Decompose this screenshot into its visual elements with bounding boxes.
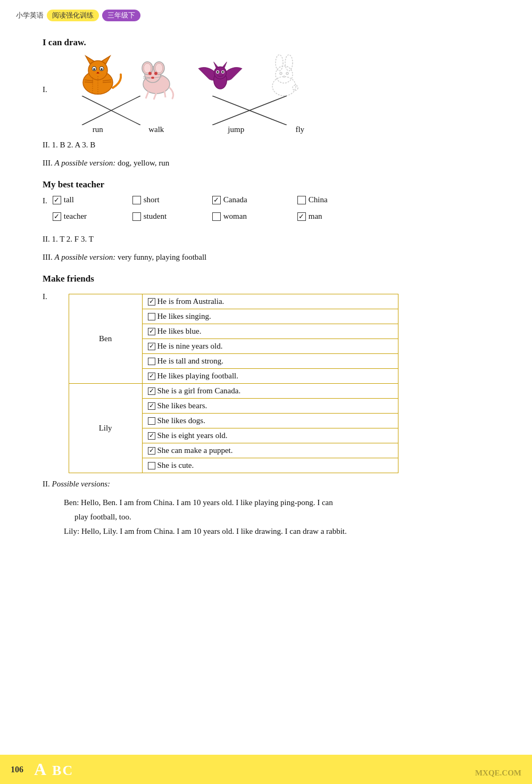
ben-text-2: He likes singing. (157, 312, 211, 321)
ben-item-6: He likes playing football. (142, 369, 398, 384)
cb-short-box (132, 196, 141, 204)
section3-answer2: II. Possible versions: (43, 477, 489, 491)
lily-cell: Lily (69, 384, 142, 473)
footer-abc: A BC (34, 760, 73, 779)
ben-cb-5 (148, 358, 155, 365)
ben-cb-6 (148, 373, 155, 380)
ben-item-2: He likes singing. (142, 309, 398, 324)
svg-marker-32 (213, 62, 218, 68)
cb-canada-label: Canada (223, 195, 247, 204)
lily-cb-1 (148, 387, 155, 395)
footer-bc: BC (52, 763, 73, 778)
ben-cb-2 (148, 313, 155, 320)
svg-point-22 (154, 72, 157, 75)
page-number: 106 (11, 765, 23, 774)
svg-point-31 (214, 67, 226, 79)
svg-point-23 (151, 77, 154, 79)
ben-text-1: He is from Australia. (157, 297, 225, 306)
make-friends-table: Ben He is from Australia. He likes singi… (69, 294, 398, 473)
lily-text-6: She is cute. (157, 461, 194, 470)
lily-cb-5 (148, 447, 155, 455)
lily-text-3: She likes dogs. (157, 416, 205, 425)
lily-text-5: She can make a puppet. (157, 446, 233, 455)
lily-possible-text: Lily: Hello, Lily. I am from China. I am… (64, 524, 489, 539)
ben-text-6: He likes playing football. (157, 372, 238, 381)
lily-item-6: She is cute. (142, 458, 398, 473)
ben-item-5: He is tall and strong. (142, 354, 398, 369)
table-row: Lily She is a girl from Canada. (69, 384, 398, 399)
animal-cat (69, 53, 127, 101)
animal-bat (186, 53, 255, 101)
svg-point-42 (280, 72, 282, 75)
section2-title: My best teacher (43, 179, 489, 190)
ben-text-5: He is tall and strong. (157, 357, 224, 366)
cb-woman-box (212, 212, 221, 221)
svg-point-39 (276, 66, 293, 83)
label-jump: jump (202, 125, 271, 134)
label-fly: fly (271, 125, 329, 134)
svg-point-36 (217, 71, 218, 73)
ben-item-3: He likes blue. (142, 324, 398, 339)
cb-short: short (132, 195, 196, 204)
svg-point-37 (222, 71, 223, 73)
ben-possible-text2: play football, too. (74, 510, 489, 524)
footer: 106 A BC MXQE.COM (0, 755, 532, 784)
svg-point-20 (155, 63, 163, 73)
cb-canada-box (212, 196, 221, 204)
checkbox-row2: teacher student woman man (53, 212, 361, 221)
section-my-best-teacher: My best teacher I. tall short (43, 179, 489, 264)
header: 小学英语 阅读强化训练 三年级下 (0, 0, 532, 21)
lily-cb-6 (148, 462, 155, 469)
table-row: Ben He is from Australia. (69, 294, 398, 309)
section1-answer3: III. A possible version: dog, yellow, ru… (43, 156, 489, 170)
section-make-friends: Make friends I. Ben He is from Australia… (43, 274, 489, 539)
possible-versions: II. Possible versions: Ben: Hello, Ben. … (43, 477, 489, 539)
ben-text-3: He likes blue. (157, 327, 202, 336)
svg-point-41 (285, 55, 293, 71)
lily-text-4: She is eight years old. (157, 431, 228, 440)
svg-point-44 (283, 76, 285, 78)
lily-item-1: She is a girl from Canada. (142, 384, 398, 399)
section1-roman1: I. (43, 85, 47, 94)
bat-icon (196, 53, 244, 101)
lily-text-1: She is a girl from Canada. (157, 386, 241, 395)
cb-china-box (297, 196, 306, 204)
section3-roman1: I. (43, 292, 47, 301)
label-walk: walk (127, 125, 186, 134)
cb-canada: Canada (212, 195, 281, 204)
section2-roman3-label: III. (43, 253, 53, 261)
checkbox-grid: tall short Canada China (53, 195, 361, 228)
section1-roman3-label: III. (43, 159, 53, 167)
svg-point-11 (101, 68, 103, 70)
ben-possible-text1: Ben: Hello, Ben. I am from China. I am 1… (64, 496, 489, 510)
cb-tall: tall (53, 195, 117, 204)
lily-cb-2 (148, 402, 155, 410)
cb-man: man (297, 212, 361, 221)
footer-a: A (34, 760, 47, 779)
ben-cb-1 (148, 298, 155, 306)
ben-item-4: He is nine years old. (142, 339, 398, 354)
cb-china: China (297, 195, 361, 204)
mouse-icon (132, 53, 180, 101)
cb-student-box (132, 212, 141, 221)
ben-cb-4 (148, 343, 155, 350)
ben-cell: Ben (69, 294, 142, 384)
main-content: I can draw. I. (0, 21, 532, 592)
svg-line-5 (85, 82, 93, 82)
section1-answer2: II. 1. B 2. A 3. B (43, 138, 489, 152)
svg-point-40 (276, 55, 283, 71)
svg-point-21 (148, 72, 152, 75)
animals-row (69, 53, 329, 101)
section1-roman3-italic: A possible version: (55, 159, 116, 167)
cb-teacher: teacher (53, 212, 117, 221)
cb-tall-label: tall (64, 195, 74, 204)
cross-cat-mouse (53, 96, 170, 125)
cb-short-label: short (144, 195, 160, 204)
badge-grade: 三年级下 (102, 10, 140, 21)
section2-answer3: III. A possible version: very funny, pla… (43, 251, 489, 265)
lily-text-2: She likes bears. (157, 401, 207, 410)
cb-tall-box (53, 196, 61, 204)
ben-item-1: He is from Australia. (142, 294, 398, 309)
cb-woman: woman (212, 212, 281, 221)
section1-title: I can draw. (43, 37, 489, 48)
